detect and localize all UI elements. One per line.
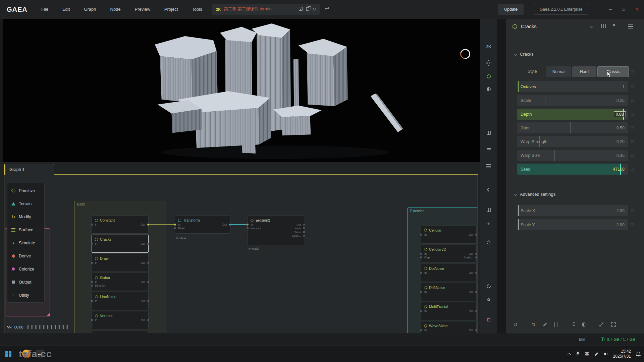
node-linenoise[interactable]: LineNoise InOut	[92, 292, 149, 310]
speaker-icon[interactable]	[603, 352, 608, 356]
param-row-warp-size[interactable]: Warp Size0.35	[517, 150, 628, 161]
history-icon[interactable]: ↺	[512, 320, 520, 328]
palette-item-modify[interactable]: ↻Modify	[7, 210, 44, 223]
microphone-icon[interactable]	[576, 351, 580, 357]
param-row-scale-y[interactable]: Scale Y2.00	[517, 219, 628, 230]
param-expose-dot[interactable]	[631, 99, 634, 102]
node-cellular3d[interactable]: Cellular3D InOut GapHash...	[421, 245, 477, 263]
node-cracks[interactable]: Cracks InOut	[92, 235, 149, 253]
render-mode-icon[interactable]	[480, 72, 497, 80]
timeline-ticks[interactable]	[26, 325, 70, 329]
fullscreen-icon[interactable]	[609, 320, 618, 328]
style-option-hard[interactable]: Hard	[572, 66, 596, 77]
param-row-scale-x[interactable]: Scale X2.00	[517, 205, 628, 216]
node-draw[interactable]: Draw InOut	[92, 254, 149, 272]
minimize-button[interactable]: –	[604, 0, 617, 19]
palette-item-colorize[interactable]: Colorize	[7, 262, 44, 276]
param-row-warp-strength[interactable]: Warp Strength0.20	[517, 136, 628, 147]
node-dotnoise[interactable]: DotNoise InOut	[421, 264, 477, 282]
brackets-icon[interactable]	[552, 320, 560, 328]
param-expose-dot[interactable]	[631, 140, 634, 143]
panel-layout-icon[interactable]	[480, 143, 497, 152]
style-expose-dot[interactable]	[631, 70, 634, 73]
menu-file[interactable]: File	[34, 0, 55, 19]
param-expose-dot[interactable]	[631, 113, 634, 116]
maximize-button[interactable]: □	[617, 0, 631, 19]
menu-preview[interactable]: Preview	[128, 0, 157, 19]
panel-menu-icon[interactable]	[628, 26, 633, 27]
start-button[interactable]	[5, 351, 11, 357]
node-erosion2[interactable]: Erosion2 InPrecipita... OutFlowWearDepo.…	[247, 216, 304, 245]
section-advanced-header[interactable]: Advanced settings	[514, 192, 555, 197]
resize-handle[interactable]	[46, 313, 50, 316]
layout-grid-icon[interactable]	[601, 24, 606, 28]
erosion2-mask-port[interactable]: Mask	[249, 247, 259, 250]
pin-down-icon[interactable]: ↧	[570, 320, 578, 328]
menu-edit[interactable]: Edit	[55, 0, 77, 19]
param-row-depth[interactable]: Depth0.88	[517, 109, 628, 120]
reload-icon[interactable]: ↻	[312, 7, 316, 11]
chevron-down-icon[interactable]	[590, 25, 594, 28]
menu-node[interactable]: Node	[103, 0, 128, 19]
palette-item-terrain[interactable]: Terrain	[7, 197, 44, 210]
sun-lighting-icon[interactable]	[480, 59, 497, 67]
style-option-normal[interactable]: Normal	[546, 66, 571, 77]
node-waveshine[interactable]: WaveShine InOut	[421, 321, 477, 333]
refresh-icon[interactable]	[480, 282, 497, 290]
resolution-2k-button[interactable]: 2K	[480, 43, 497, 51]
palette-item-primitive[interactable]: Primitive	[7, 184, 44, 197]
menu-tools[interactable]: Tools	[185, 0, 209, 19]
copy-icon[interactable]	[306, 7, 309, 11]
menu-project[interactable]: Project	[157, 0, 185, 19]
edit-pen-icon[interactable]	[541, 320, 549, 328]
save-icon[interactable]	[299, 7, 303, 11]
param-row-seed[interactable]: Seed47158	[517, 164, 628, 175]
param-expose-dot[interactable]	[631, 223, 634, 226]
node-voronoi[interactable]: Voronoi InOut	[92, 311, 149, 329]
undo-icon[interactable]: ↩	[325, 5, 329, 12]
palette-item-derive[interactable]: Derive	[7, 249, 44, 262]
library-icon[interactable]	[480, 206, 497, 214]
palette-item-output[interactable]: Output	[7, 276, 44, 289]
node-multifractal[interactable]: MultiFractal InOut	[421, 302, 477, 320]
terrain-3d-viewport[interactable]	[3, 19, 480, 162]
shading-half-icon[interactable]	[480, 85, 497, 93]
param-expose-dot[interactable]	[631, 168, 634, 171]
param-row-jitter[interactable]: Jitter0.50	[517, 122, 628, 133]
file-tab[interactable]: 2K 第二章 第二课课件.terrain ↻	[212, 4, 320, 15]
param-expose-dot[interactable]	[631, 85, 634, 88]
menu-graph[interactable]: Graph	[77, 0, 103, 19]
timeline-scrubber[interactable]: 00:00	[6, 325, 83, 329]
node-constant[interactable]: Constant InOut	[92, 216, 149, 234]
graph-tab[interactable]: Graph 1	[4, 164, 54, 175]
palette-item-simulate[interactable]: *Simulate	[7, 236, 44, 249]
notification-bell-icon[interactable]	[636, 352, 641, 357]
gizmo-axes-icon[interactable]: +	[480, 219, 497, 227]
param-row-scale[interactable]: Scale0.25	[517, 95, 628, 106]
palette-item-utility[interactable]: ~Utility	[7, 289, 44, 302]
asset-cube-icon[interactable]	[480, 316, 497, 324]
collapse-panel-icon[interactable]	[480, 186, 497, 194]
sort-arrows-icon[interactable]: ⇅	[530, 320, 538, 328]
taskbar-clock[interactable]: 15:422025/7/31	[613, 349, 631, 359]
param-expose-dot[interactable]	[631, 126, 634, 129]
water-drop-icon[interactable]	[480, 239, 497, 247]
node-driftnoise[interactable]: DriftNoise InOut	[421, 283, 477, 301]
pen-ink-icon[interactable]	[594, 354, 598, 355]
node-gabor[interactable]: Gabor InOut Direction	[92, 273, 149, 291]
close-button[interactable]: ×	[631, 0, 644, 19]
style-option-classic[interactable]: Classic	[597, 66, 629, 77]
ime-language-indicator[interactable]: 英	[585, 351, 589, 357]
tray-expand-icon[interactable]	[569, 353, 571, 355]
node-transform[interactable]: Transform InOut Base	[175, 216, 230, 234]
node-noise[interactable]: Noise	[92, 330, 149, 333]
param-expose-dot[interactable]	[631, 209, 634, 212]
layers-icon[interactable]	[480, 129, 497, 137]
palette-item-surface[interactable]: Surface	[7, 223, 44, 236]
node-graph-canvas[interactable]: Basic Extended Primitive Terrain ↻Modify…	[4, 174, 478, 333]
param-row-octaves[interactable]: Octaves1	[517, 81, 628, 92]
transform-mask-port[interactable]: Mask	[176, 237, 186, 240]
update-button[interactable]: Update	[498, 4, 524, 15]
section-cracks-header[interactable]: Cracks	[514, 52, 533, 57]
location-pin-icon[interactable]	[480, 296, 497, 304]
